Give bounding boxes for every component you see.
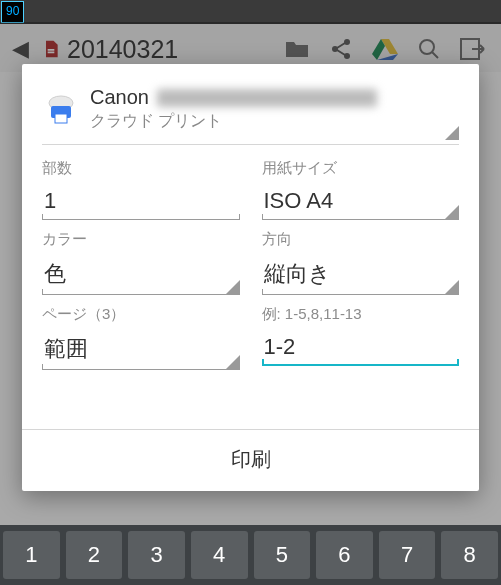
orientation-value: 縦向き [264, 261, 331, 286]
page-range-value: 1-2 [264, 334, 296, 359]
printer-subtitle: クラウド プリント [90, 111, 377, 132]
key-5[interactable]: 5 [254, 531, 311, 579]
color-label: カラー [42, 230, 240, 249]
key-6[interactable]: 6 [316, 531, 373, 579]
orientation-label: 方向 [262, 230, 460, 249]
key-3[interactable]: 3 [128, 531, 185, 579]
dropdown-indicator-icon [445, 280, 459, 294]
key-1[interactable]: 1 [3, 531, 60, 579]
pages-label: ページ（3） [42, 305, 240, 324]
key-4[interactable]: 4 [191, 531, 248, 579]
key-8[interactable]: 8 [441, 531, 498, 579]
copies-field[interactable]: 部数 1 [42, 155, 240, 220]
status-bar: 90 [1, 1, 24, 23]
color-value: 色 [44, 261, 66, 286]
pages-field[interactable]: ページ（3） 範囲 [42, 301, 240, 370]
key-2[interactable]: 2 [66, 531, 123, 579]
key-7[interactable]: 7 [379, 531, 436, 579]
divider [42, 144, 459, 145]
svg-rect-11 [55, 114, 67, 123]
battery-percent: 90 [6, 4, 19, 18]
paper-size-field[interactable]: 用紙サイズ ISO A4 [262, 155, 460, 220]
dropdown-indicator-icon [445, 126, 459, 140]
print-button-label: 印刷 [231, 448, 271, 470]
printer-name-redacted [157, 89, 377, 107]
color-field[interactable]: カラー 色 [42, 226, 240, 295]
copies-value: 1 [44, 188, 56, 213]
printer-selector[interactable]: Canon クラウド プリント [42, 78, 459, 140]
dropdown-indicator-icon [445, 205, 459, 219]
cloud-printer-icon [44, 92, 78, 126]
page-range-input[interactable]: 例: 1-5,8,11-13 1-2 [262, 301, 460, 370]
dropdown-indicator-icon [226, 280, 240, 294]
printer-name: Canon [90, 86, 149, 109]
copies-label: 部数 [42, 159, 240, 178]
dropdown-indicator-icon [226, 355, 240, 369]
paper-size-label: 用紙サイズ [262, 159, 460, 178]
print-dialog: Canon クラウド プリント 部数 1 用紙サイズ ISO A4 [22, 64, 479, 491]
page-range-hint: 例: 1-5,8,11-13 [262, 305, 460, 324]
pages-value: 範囲 [44, 336, 88, 361]
paper-size-value: ISO A4 [264, 188, 334, 213]
soft-keyboard: 1 2 3 4 5 6 7 8 [0, 525, 501, 585]
orientation-field[interactable]: 方向 縦向き [262, 226, 460, 295]
print-button[interactable]: 印刷 [22, 429, 479, 491]
